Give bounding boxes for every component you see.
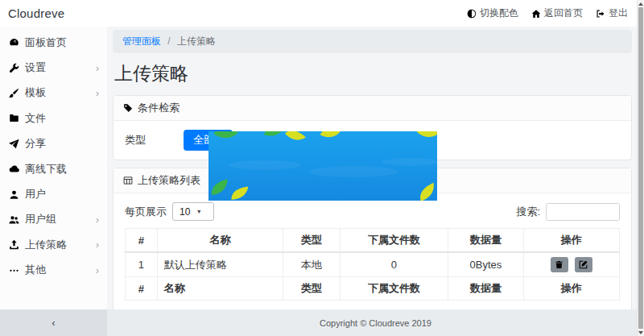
arrow-down-icon xyxy=(638,331,643,334)
column-header[interactable]: 名称 xyxy=(157,229,283,253)
cell-policy-type: 本地 xyxy=(283,252,340,277)
sidebar-item-others[interactable]: 其他 › xyxy=(0,258,107,283)
column-header[interactable]: 下属文件数 xyxy=(340,229,448,253)
sidebar-item-label: 面板首页 xyxy=(25,35,67,50)
table-header-row: # 名称 类型 下属文件数 数据量 操作 xyxy=(126,229,620,253)
wrench-icon xyxy=(9,63,19,73)
logout-label: 登出 xyxy=(609,6,628,20)
filter-card-title: 条件检索 xyxy=(138,101,180,115)
copyright-text: Copyright © Cloudreve 2019 xyxy=(320,318,431,328)
sidebar-item-label: 上传策略 xyxy=(25,238,67,252)
caret-down-icon: ▾ xyxy=(197,208,200,215)
edit-policy-button[interactable] xyxy=(575,257,592,272)
share-icon xyxy=(9,139,19,149)
column-footer: 数据量 xyxy=(448,277,523,301)
sidebar-item-label: 用户 xyxy=(25,187,46,201)
breadcrumb-admin-link[interactable]: 管理面板 xyxy=(122,35,161,47)
table-row: 1 默认上传策略 本地 0 0Bytes xyxy=(126,252,620,277)
top-bar: Cloudreve 切换配色 返回首页 登出 xyxy=(0,0,644,27)
sidebar-item-label: 用户组 xyxy=(25,212,56,226)
table-footer-header-row: # 名称 类型 下属文件数 数据量 操作 xyxy=(126,277,620,301)
breadcrumb-separator: / xyxy=(167,35,170,47)
overlay-image xyxy=(208,131,437,201)
column-header[interactable]: # xyxy=(126,229,158,253)
dashboard-icon xyxy=(9,37,19,48)
column-footer: 类型 xyxy=(283,277,340,301)
sidebar-item-upload-policies[interactable]: 上传策略 › xyxy=(0,232,107,257)
per-page-value: 10 xyxy=(180,206,190,218)
sidebar-item-label: 其他 xyxy=(25,263,46,277)
column-header[interactable]: 类型 xyxy=(283,229,340,253)
chevron-right-icon: › xyxy=(96,214,99,226)
scroll-up-button[interactable] xyxy=(638,0,644,7)
sidebar-item-shares[interactable]: 分享 xyxy=(0,131,107,156)
policy-table: # 名称 类型 下属文件数 数据量 操作 1 默认上传策略 本地 0 0Byte xyxy=(125,228,620,301)
cloud-icon xyxy=(9,164,19,174)
theme-toggle-button[interactable]: 切换配色 xyxy=(467,6,518,20)
sidebar-item-users[interactable]: 用户 xyxy=(0,181,107,206)
column-header[interactable]: 操作 xyxy=(523,229,619,253)
scrollbar-thumb[interactable] xyxy=(638,7,643,329)
sidebar-item-user-groups[interactable]: 用户组 › xyxy=(0,207,107,232)
type-label: 类型 xyxy=(125,133,184,147)
chevron-right-icon: › xyxy=(96,62,99,74)
page-title: 上传策略 xyxy=(114,61,630,86)
policy-list-card-body: 每页展示 10 ▾ 搜索: # 名称 类型 下 xyxy=(114,193,631,309)
logout-button[interactable]: 登出 xyxy=(596,6,628,20)
filter-card-header: 条件检索 xyxy=(114,96,631,121)
column-footer: 下属文件数 xyxy=(340,277,448,301)
per-page-select[interactable]: 10 ▾ xyxy=(172,202,214,221)
cell-file-count: 0 xyxy=(340,252,448,277)
breadcrumb: 管理面板 / 上传策略 xyxy=(113,30,632,53)
table-icon xyxy=(123,176,133,185)
per-page-label: 每页展示 xyxy=(125,205,167,219)
topbar-actions: 切换配色 返回首页 登出 xyxy=(467,6,628,20)
chevron-left-icon: ‹ xyxy=(52,317,55,329)
sidebar-item-label: 模板 xyxy=(25,85,46,100)
cell-actions xyxy=(523,252,619,277)
sidebar-collapse-button[interactable]: ‹ xyxy=(0,309,107,336)
user-icon xyxy=(9,189,19,200)
chevron-right-icon: › xyxy=(96,239,99,251)
cell-policy-name: 默认上传策略 xyxy=(157,252,283,277)
edit-icon xyxy=(579,260,588,269)
page-footer: Copyright © Cloudreve 2019 xyxy=(107,309,644,336)
column-footer: 操作 xyxy=(523,277,619,301)
sidebar-item-label: 设置 xyxy=(25,60,46,75)
column-header[interactable]: 数据量 xyxy=(448,229,523,253)
theme-toggle-label: 切换配色 xyxy=(480,6,518,20)
chevron-right-icon: › xyxy=(96,264,99,276)
back-home-label: 返回首页 xyxy=(544,6,583,20)
upload-icon xyxy=(9,239,19,250)
brand-logo: Cloudreve xyxy=(8,6,64,20)
sidebar-item-templates[interactable]: 模板 › xyxy=(0,81,107,106)
column-footer: 名称 xyxy=(157,277,283,301)
sidebar-item-files[interactable]: 文件 xyxy=(0,106,107,131)
chevron-right-icon: › xyxy=(96,87,99,99)
sidebar-item-offline-download[interactable]: 离线下载 xyxy=(0,156,107,181)
delete-policy-button[interactable] xyxy=(551,257,568,272)
folder-icon xyxy=(9,113,19,123)
sidebar-item-label: 分享 xyxy=(25,136,46,151)
ellipsis-icon xyxy=(9,265,19,276)
trash-icon xyxy=(555,260,564,269)
brush-icon xyxy=(9,88,19,98)
cell-data-size: 0Bytes xyxy=(448,252,523,277)
search-input[interactable] xyxy=(546,203,620,221)
users-icon xyxy=(9,214,19,225)
sidebar: 面板首页 设置 › 模板 › 文件 分享 离线下载 用户 用户组 › 上传策略 … xyxy=(0,27,107,309)
arrow-up-icon xyxy=(638,2,643,6)
scroll-down-button[interactable] xyxy=(638,329,644,336)
search-label: 搜索: xyxy=(516,205,540,219)
sidebar-item-dashboard[interactable]: 面板首页 xyxy=(0,30,107,55)
sidebar-item-settings[interactable]: 设置 › xyxy=(0,55,107,80)
back-home-button[interactable]: 返回首页 xyxy=(531,6,583,20)
sidebar-item-label: 文件 xyxy=(25,111,46,126)
theme-toggle-icon xyxy=(467,9,477,19)
breadcrumb-current: 上传策略 xyxy=(177,35,216,47)
logout-icon xyxy=(596,9,605,19)
sidebar-item-label: 离线下载 xyxy=(25,162,67,176)
cell-index: 1 xyxy=(126,252,158,277)
vertical-scrollbar[interactable] xyxy=(637,0,644,336)
home-icon xyxy=(531,9,541,19)
